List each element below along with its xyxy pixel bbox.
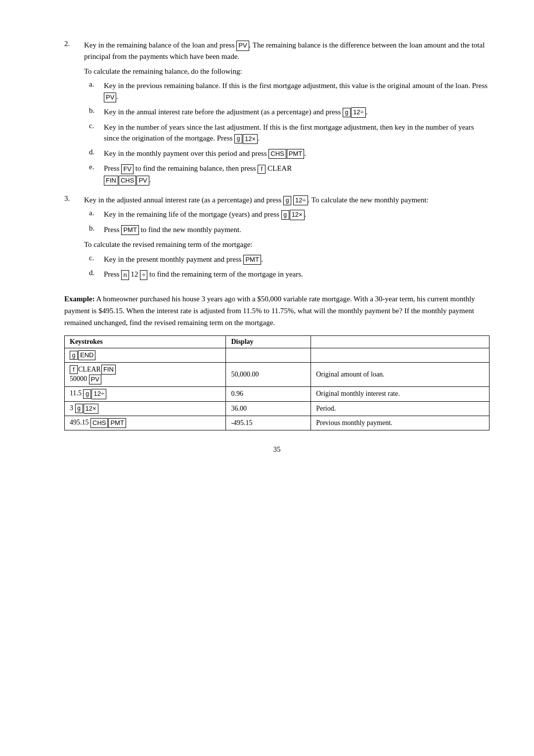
sub-item-3c: c. Key in the present monthly payment an… xyxy=(89,254,490,265)
key-fv-2e: FV xyxy=(121,164,134,174)
key-12div-r3: 12÷ xyxy=(91,389,106,399)
list-num-2: 2. xyxy=(64,40,84,189)
table-header-display: Display xyxy=(226,335,311,348)
list-body-3: Key in the adjusted annual interest rate… xyxy=(84,194,490,284)
key-12div-2b: 12÷ xyxy=(351,107,366,117)
example-text: A homeowner purchased his house 3 years … xyxy=(64,295,475,327)
sub-label-2a: a. xyxy=(89,80,104,102)
sub-body-3b: Press PMT to find the new monthly paymen… xyxy=(104,224,490,236)
item3-revised: To calculate the revised remaining term … xyxy=(84,239,490,250)
key-pv-2a: PV xyxy=(104,93,116,102)
key-pmt-3c: PMT xyxy=(243,255,261,265)
table-cell-display-5: -495.15 xyxy=(226,416,311,430)
table-cell-desc-1 xyxy=(311,348,490,362)
val-49515-r5: 495.15 xyxy=(70,419,90,426)
sub-body-3d: Press n 12 ÷ to find the remaining term … xyxy=(104,269,490,280)
table-cell-keys-4: 3 g 12× xyxy=(65,401,226,416)
table-header-desc xyxy=(311,335,490,348)
example-label: Example: xyxy=(64,295,95,303)
table-row-1: g END xyxy=(65,348,490,362)
table-cell-display-3: 0.96 xyxy=(226,387,311,401)
sub-label-2b: b. xyxy=(89,106,104,118)
sub-label-2c: c. xyxy=(89,122,104,144)
sub-body-2d: Key in the monthly payment over this per… xyxy=(104,148,490,159)
sub-label-2e: e. xyxy=(89,163,104,185)
sub-body-2a: Key in the previous remaining balance. I… xyxy=(104,80,490,102)
clear-text-r2: CLEAR xyxy=(78,366,101,374)
key-12x-r4: 12× xyxy=(84,404,98,414)
table-cell-display-1 xyxy=(226,348,311,362)
val-115-r3: 11.5 xyxy=(70,390,83,397)
key-row-r4: g 12× xyxy=(75,404,98,414)
val-50000-r2: 50000 xyxy=(70,376,89,383)
sub-item-2e: e. Press FV to find the remaining balanc… xyxy=(89,163,490,185)
table-cell-desc-4: Period. xyxy=(311,401,490,416)
sub-body-3c: Key in the present monthly payment and p… xyxy=(104,254,490,265)
key-n-3d: n xyxy=(121,270,129,280)
sub-item-3d: d. Press n 12 ÷ to find the remaining te… xyxy=(89,269,490,280)
key-pmt-2d: PMT xyxy=(287,149,304,159)
table-cell-keys-1: g END xyxy=(65,348,226,362)
sub-body-2b: Key in the annual interest rate before t… xyxy=(104,106,490,118)
key-row-3d: n xyxy=(121,270,129,280)
sub-label-3a: a. xyxy=(89,209,104,220)
key-g-3a: g xyxy=(281,210,289,220)
table-row-5: 495.15 CHS PMT -495.15 Previous monthly … xyxy=(65,416,490,430)
key-pv-intro: PV xyxy=(236,41,249,50)
table-cell-display-2: 50,000.00 xyxy=(226,363,311,387)
keystrokes-table: Keystrokes Display g END xyxy=(64,335,490,430)
list-num-3: 3. xyxy=(64,194,84,284)
key-f-2e: f xyxy=(258,165,266,174)
table-cell-keys-3: 11.5 g 12÷ xyxy=(65,387,226,401)
key-g-r1: g xyxy=(70,351,78,360)
item3-intro: Key in the adjusted annual interest rate… xyxy=(84,194,490,206)
key-fin-2e: FIN xyxy=(104,176,118,186)
sub-body-2e: Press FV to find the remaining balance, … xyxy=(104,163,490,185)
key-f-r2: f xyxy=(70,365,78,375)
key-row-r1: g END xyxy=(70,350,95,360)
key-end-r1: END xyxy=(78,350,95,360)
key-pmt-3b: PMT xyxy=(121,225,138,235)
sub-item-2a: a. Key in the previous remaining balance… xyxy=(89,80,490,102)
key-12x-3a: 12× xyxy=(290,210,305,220)
key-12div-3intro: 12÷ xyxy=(293,195,308,205)
list-body-2: Key in the remaining balance of the loan… xyxy=(84,40,490,189)
sub-body-3a: Key in the remaining life of the mortgag… xyxy=(104,209,490,220)
key-pv-r2: PV xyxy=(89,375,101,384)
key-g-r3: g xyxy=(83,389,91,399)
item2-intro: Key in the remaining balance of the loan… xyxy=(84,40,490,63)
key-chs-r5: CHS xyxy=(90,418,108,428)
sub-list-2: a. Key in the previous remaining balance… xyxy=(84,80,490,186)
key-row-r3: g 12÷ xyxy=(83,389,106,399)
table-cell-desc-3: Original monthly interest rate. xyxy=(311,387,490,401)
sub-item-3a: a. Key in the remaining life of the mort… xyxy=(89,209,490,220)
key-div-3d: ÷ xyxy=(140,270,147,280)
table-cell-keys-2: f CLEAR FIN 50000 PV xyxy=(65,363,226,387)
key-row-r5: CHS PMT xyxy=(90,418,126,428)
key-pv-2e: PV xyxy=(136,176,149,186)
sub-label-3b: b. xyxy=(89,224,104,236)
key-chs-2d: CHS xyxy=(268,149,286,159)
key-pair-2d: CHSPMT xyxy=(268,149,304,159)
page-content: 2. Key in the remaining balance of the l… xyxy=(64,40,490,430)
key-g-3intro: g xyxy=(283,196,291,205)
sub-list-3a: a. Key in the remaining life of the mort… xyxy=(84,209,490,235)
table-row-3: 11.5 g 12÷ 0.96 Original monthly interes… xyxy=(65,387,490,401)
key-g-2c: g xyxy=(234,134,242,143)
key-row-r2a: f CLEAR FIN xyxy=(70,365,116,375)
page-number: 35 xyxy=(64,445,490,454)
sub-list-3cd: c. Key in the present monthly payment an… xyxy=(84,254,490,280)
list-item-3: 3. Key in the adjusted annual interest r… xyxy=(64,194,490,284)
sub-label-2d: d. xyxy=(89,148,104,159)
sub-item-2c: c. Key in the number of years since the … xyxy=(89,122,490,144)
table-row-4: 3 g 12× 36.00 Period. xyxy=(65,401,490,416)
example-block: Example: A homeowner purchased his house… xyxy=(64,293,490,329)
key-pmt-r5: PMT xyxy=(108,418,126,428)
key-pair-3a: g12× xyxy=(281,210,305,220)
key-fin-r2: FIN xyxy=(101,365,116,375)
key-pair-2b: g12÷ xyxy=(343,107,366,117)
sub-item-2d: d. Key in the monthly payment over this … xyxy=(89,148,490,159)
key-pair-2c: g12× xyxy=(234,134,258,144)
sub-item-3b: b. Press PMT to find the new monthly pay… xyxy=(89,224,490,236)
key-g-2b: g xyxy=(343,108,351,117)
